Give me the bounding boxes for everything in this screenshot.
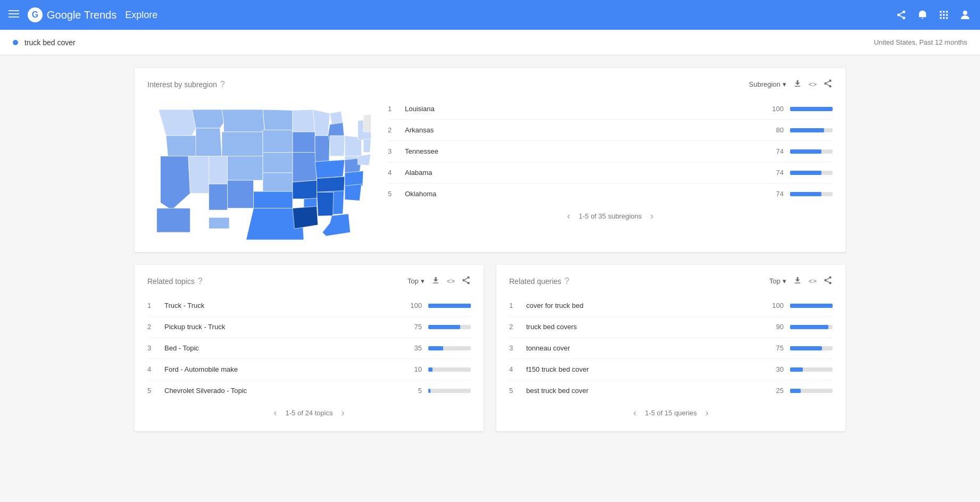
query-rank: 4 — [509, 365, 520, 373]
rank-value: 74 — [762, 147, 784, 155]
svg-marker-31 — [196, 128, 222, 158]
svg-marker-44 — [263, 173, 293, 191]
queries-share-icon[interactable] — [823, 275, 833, 287]
topic-row: 1 Truck - Truck 100 — [147, 295, 471, 316]
download-icon[interactable] — [793, 79, 802, 90]
query-bar-container — [790, 325, 833, 329]
svg-marker-56 — [293, 180, 317, 199]
topics-share-icon[interactable] — [461, 275, 471, 287]
topic-bar-container — [428, 367, 471, 372]
svg-point-75 — [824, 279, 827, 282]
related-queries-card: Related queries ? Top ▾ <> 1 — [496, 265, 845, 431]
topics-prev-btn[interactable]: ‹ — [274, 407, 277, 419]
svg-marker-57 — [317, 177, 345, 192]
svg-point-69 — [467, 277, 470, 279]
svg-rect-12 — [943, 14, 944, 15]
svg-marker-30 — [166, 136, 198, 156]
subregion-pagination: ‹ 1-5 of 35 subregions › — [388, 204, 833, 224]
topic-value: 10 — [401, 365, 422, 373]
topics-pagination: ‹ 1-5 of 24 topics › — [147, 401, 471, 421]
svg-line-72 — [464, 281, 467, 282]
topic-name: Ford - Automobile make — [164, 365, 394, 373]
svg-rect-13 — [946, 14, 948, 15]
svg-line-7 — [900, 12, 903, 14]
account-icon[interactable] — [959, 9, 971, 21]
svg-point-5 — [903, 16, 906, 19]
svg-marker-51 — [363, 113, 371, 132]
topic-bar — [428, 346, 443, 350]
topics-chevron-icon: ▾ — [421, 277, 425, 285]
svg-point-76 — [829, 282, 832, 285]
svg-point-20 — [829, 85, 832, 88]
query-name: f150 truck bed cover — [526, 365, 756, 373]
ranking-row: 5 Oklahoma 74 — [388, 183, 833, 204]
queries-download-icon[interactable] — [793, 275, 802, 287]
topics-next-btn[interactable]: › — [341, 407, 344, 419]
svg-point-71 — [467, 282, 470, 285]
topics-download-icon[interactable] — [431, 275, 441, 287]
svg-rect-2 — [9, 16, 19, 18]
search-term: truck bed cover — [24, 38, 76, 47]
svg-marker-43 — [263, 153, 293, 173]
svg-marker-59 — [345, 184, 362, 201]
queries-embed-icon[interactable]: <> — [809, 277, 817, 285]
ranking-row: 3 Tennessee 74 — [388, 141, 833, 162]
query-bar — [790, 389, 801, 393]
header: G Google Trends Explore — [0, 0, 980, 30]
svg-rect-15 — [943, 17, 944, 19]
logo: G Google Trends — [28, 7, 117, 22]
queries-prev-btn[interactable]: ‹ — [633, 407, 636, 419]
related-queries-help-icon[interactable]: ? — [564, 277, 569, 286]
subregion-dropdown[interactable]: Subregion ▾ — [749, 80, 786, 88]
notifications-icon[interactable] — [916, 9, 929, 21]
related-topics-dropdown[interactable]: Top ▾ — [408, 277, 425, 285]
card-header-subregion: Interest by subregion ? Subregion ▾ <> — [147, 79, 833, 90]
share-icon[interactable] — [895, 9, 908, 21]
topic-row: 3 Bed - Topic 35 — [147, 338, 471, 359]
topic-name: Bed - Topic — [164, 344, 394, 352]
rank-number: 4 — [388, 169, 398, 177]
menu-icon[interactable] — [9, 9, 19, 22]
query-row: 2 truck bed covers 90 — [509, 316, 833, 338]
query-rank: 2 — [509, 323, 520, 331]
topic-name: Pickup truck - Truck — [164, 323, 394, 331]
related-queries-dropdown[interactable]: Top ▾ — [769, 277, 786, 285]
svg-marker-29 — [330, 112, 343, 125]
svg-marker-28 — [313, 110, 330, 136]
subregion-dropdown-label: Subregion — [749, 80, 780, 88]
related-topics-help-icon[interactable]: ? — [198, 277, 203, 286]
queries-next-btn[interactable]: › — [705, 407, 709, 419]
svg-marker-32 — [222, 132, 263, 156]
svg-rect-10 — [946, 11, 948, 13]
topic-bar-container — [428, 346, 471, 350]
subregion-next-btn[interactable]: › — [650, 211, 653, 222]
svg-marker-66 — [363, 139, 371, 153]
search-bar: truck bed cover United States, Past 12 m… — [0, 30, 980, 55]
embed-icon[interactable]: <> — [809, 80, 817, 88]
query-bar — [790, 346, 822, 350]
topics-embed-icon[interactable]: <> — [447, 277, 455, 285]
topic-rank: 4 — [147, 365, 158, 373]
subregion-help-icon[interactable]: ? — [220, 80, 225, 89]
topic-rank: 2 — [147, 323, 158, 331]
subregion-prev-btn[interactable]: ‹ — [567, 211, 570, 222]
rank-value: 80 — [762, 126, 784, 134]
related-topics-actions: Top ▾ <> — [408, 275, 471, 287]
topic-row: 2 Pickup truck - Truck 75 — [147, 316, 471, 338]
topic-bar — [428, 325, 460, 329]
query-rank: 3 — [509, 344, 520, 352]
apps-icon[interactable] — [937, 9, 950, 21]
logo-text: Google Trends — [47, 9, 117, 21]
rank-bar-container — [790, 107, 833, 111]
share-subregion-icon[interactable] — [823, 79, 833, 90]
svg-marker-23 — [159, 110, 196, 136]
topics-dropdown-label: Top — [408, 277, 419, 285]
query-name: best truck bed cover — [526, 387, 756, 395]
query-value: 30 — [762, 365, 784, 373]
rank-bar — [790, 171, 821, 175]
topic-bar — [428, 304, 471, 308]
rank-value: 100 — [762, 105, 784, 113]
topic-row: 4 Ford - Automobile make 10 — [147, 359, 471, 380]
svg-marker-64 — [322, 214, 351, 236]
svg-marker-46 — [315, 160, 345, 179]
